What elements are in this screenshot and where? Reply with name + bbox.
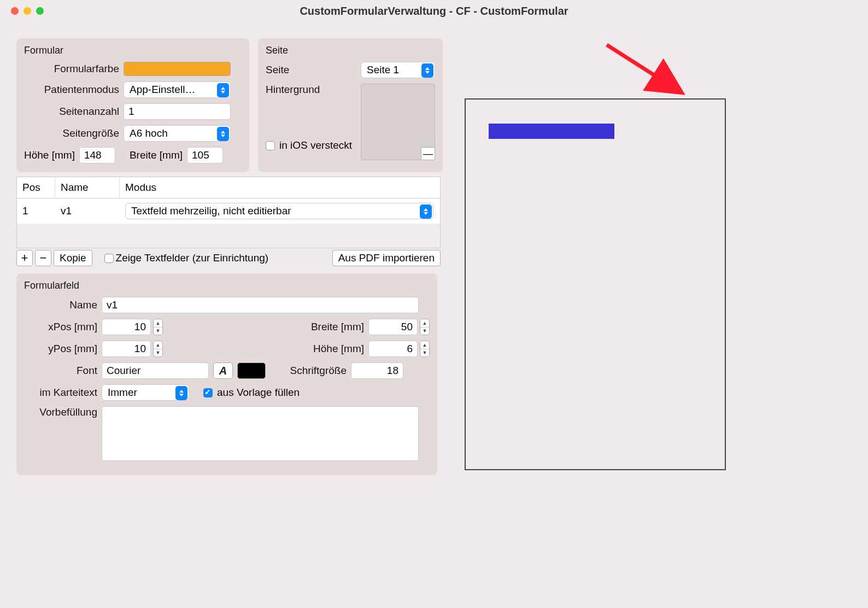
font-color-button[interactable]	[237, 363, 266, 379]
font-label: Font	[24, 365, 97, 377]
th-modus[interactable]: Modus	[120, 177, 440, 198]
annotation-arrow-icon	[601, 42, 694, 104]
xpos-label: xPos [mm]	[24, 321, 97, 333]
minus-icon: —	[423, 148, 433, 160]
show-textfields-label: Zeige Textfelder (zur Einrichtung)	[116, 252, 269, 264]
hoehe-input[interactable]	[79, 147, 115, 163]
fill-from-template-checkbox[interactable]	[203, 388, 213, 397]
ypos-stepper[interactable]: ▲▼	[102, 341, 151, 357]
karteitext-value: Immer	[108, 387, 137, 399]
dropdown-arrows-icon	[420, 204, 432, 219]
th-pos[interactable]: Pos	[17, 177, 55, 198]
breite-label: Breite [mm]	[130, 149, 183, 161]
breite-input[interactable]	[368, 319, 418, 335]
breite-input[interactable]	[187, 147, 223, 163]
hintergrund-remove-button[interactable]: —	[421, 147, 435, 160]
svg-line-0	[607, 45, 682, 93]
add-row-button[interactable]: +	[16, 250, 33, 266]
seitenanzahl-label: Seitenanzahl	[24, 106, 119, 118]
stepper-arrows-icon[interactable]: ▲▼	[153, 341, 163, 357]
breite-stepper[interactable]: ▲▼	[368, 319, 418, 335]
formular-title: Formular	[24, 45, 242, 56]
minus-icon: −	[40, 251, 47, 265]
window-title: CustomFormularVerwaltung - CF - CustomFo…	[11, 5, 857, 17]
td-name: v1	[55, 202, 120, 220]
fill-from-template-label: aus Vorlage füllen	[217, 387, 300, 399]
table-empty-area	[17, 224, 440, 248]
ios-hidden-label: in iOS versteckt	[279, 139, 352, 151]
show-textfields-checkbox[interactable]	[104, 254, 114, 263]
seite-select-label: Seite	[266, 64, 331, 76]
prefill-textarea[interactable]	[102, 406, 419, 461]
patientenmodus-select[interactable]: App-Einstell…	[124, 81, 231, 98]
formularfeld-title: Formularfeld	[24, 280, 430, 291]
stepper-arrows-icon[interactable]: ▲▼	[153, 319, 163, 335]
stepper-arrows-icon[interactable]: ▲▼	[420, 341, 430, 357]
hoehe-input[interactable]	[368, 341, 418, 357]
th-name[interactable]: Name	[55, 177, 120, 198]
font-picker-button[interactable]: A	[213, 363, 233, 379]
dropdown-arrows-icon	[217, 127, 229, 141]
td-pos: 1	[17, 202, 55, 220]
xpos-input[interactable]	[102, 319, 151, 335]
dropdown-arrows-icon	[217, 83, 229, 97]
feld-hoehe-label: Höhe [mm]	[293, 343, 364, 355]
formularfeld-panel: Formularfeld Name xPos [mm] ▲▼ Breite [m…	[16, 273, 437, 475]
seitengroesse-select[interactable]: A6 hoch	[124, 125, 231, 142]
fields-table: Pos Name Modus 1 v1 Textfeld mehrzeilig,…	[16, 177, 441, 248]
seite-title: Seite	[266, 45, 435, 56]
remove-row-button[interactable]: −	[35, 250, 51, 266]
formularfarbe-swatch[interactable]	[124, 62, 231, 76]
seite-panel: Seite Seite Seite 1 Hintergrund —	[258, 38, 443, 172]
feld-name-input[interactable]	[102, 297, 419, 313]
seite-select[interactable]: Seite 1	[361, 62, 435, 78]
karteitext-label: im Karteitext	[24, 387, 97, 399]
feld-breite-label: Breite [mm]	[293, 321, 364, 333]
fontsize-label: Schriftgröße	[270, 365, 347, 377]
ios-hidden-checkbox[interactable]	[266, 141, 275, 150]
prefill-label: Vorbefüllung	[24, 406, 97, 418]
ypos-input[interactable]	[102, 341, 151, 357]
hoehe-stepper[interactable]: ▲▼	[368, 341, 418, 357]
dropdown-arrows-icon	[421, 63, 433, 78]
preview-field-v1[interactable]	[489, 124, 614, 139]
row-modus-value: Textfeld mehrzeilig, nicht editierbar	[131, 205, 291, 217]
font-icon: A	[219, 365, 227, 377]
formularfarbe-label: Formularfarbe	[24, 63, 119, 75]
seite-value: Seite 1	[367, 64, 399, 76]
patientenmodus-value: App-Einstell…	[130, 84, 195, 96]
hintergrund-label: Hintergrund	[266, 84, 331, 96]
hoehe-label: Höhe [mm]	[24, 149, 75, 161]
seitengroesse-label: Seitengröße	[24, 127, 119, 139]
feld-name-label: Name	[24, 299, 97, 311]
copy-button[interactable]: Kopie	[54, 250, 92, 266]
table-row[interactable]: 1 v1 Textfeld mehrzeilig, nicht editierb…	[17, 198, 440, 224]
hintergrund-well[interactable]: —	[361, 84, 435, 160]
dropdown-arrows-icon	[175, 386, 187, 400]
fontsize-input[interactable]	[351, 363, 403, 379]
ypos-label: yPos [mm]	[24, 343, 97, 355]
row-modus-select[interactable]: Textfeld mehrzeilig, nicht editierbar	[125, 203, 433, 219]
karteitext-select[interactable]: Immer	[102, 384, 189, 401]
table-toolbar: + − Kopie Zeige Textfelder (zur Einricht…	[16, 248, 441, 268]
formular-panel: Formular Formularfarbe Patientenmodus Ap…	[16, 38, 249, 172]
import-pdf-button[interactable]: Aus PDF importieren	[332, 250, 441, 266]
page-preview	[465, 98, 726, 470]
plus-icon: +	[21, 251, 28, 265]
xpos-stepper[interactable]: ▲▼	[102, 319, 151, 335]
seitengroesse-value: A6 hoch	[130, 127, 168, 139]
titlebar: CustomFormularVerwaltung - CF - CustomFo…	[0, 0, 868, 22]
patientenmodus-label: Patientenmodus	[24, 84, 119, 96]
font-input[interactable]	[102, 363, 209, 379]
stepper-arrows-icon[interactable]: ▲▼	[420, 319, 430, 335]
seitenanzahl-input[interactable]	[124, 103, 231, 120]
